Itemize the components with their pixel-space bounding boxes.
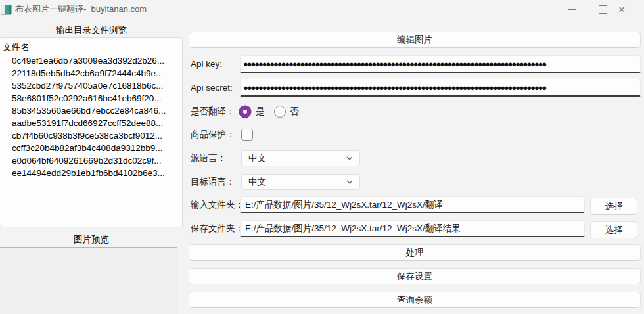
image-preview-title: 图片预览 <box>0 234 183 246</box>
translate-radio-yes-label: 是 <box>256 106 265 118</box>
title-bar: 布衣图片一键翻译- buyitanan.com ✕ <box>0 0 644 18</box>
process-button[interactable]: 处理 <box>189 244 641 261</box>
file-row[interactable]: aadbe53191f7dcd66927ccff52dee88... <box>12 117 182 129</box>
translate-radio-no[interactable]: 否 <box>274 106 304 118</box>
product-protect-checkbox[interactable] <box>241 129 253 141</box>
close-button[interactable]: ✕ <box>607 0 637 18</box>
target-language-select[interactable]: 中文 <box>241 174 360 190</box>
image-preview-box[interactable] <box>0 247 177 314</box>
api-key-field[interactable]: ●●●●●●●●●●●●●●●●●●●●●●●●●●●●●●●●●●●●●●●●… <box>240 55 641 73</box>
check-balance-button[interactable]: 查询余额 <box>189 292 641 308</box>
file-row[interactable]: 0c49ef1ea6db7a3009ea3d392d2b26... <box>12 55 182 67</box>
file-row[interactable]: 58e6801f52c0292a616bc41eb69f20... <box>12 92 182 104</box>
file-row[interactable]: 85b3453560ae66bd7ebcc2e84ca846... <box>12 104 182 117</box>
save-settings-button[interactable]: 保存设置 <box>189 268 641 284</box>
close-icon: ✕ <box>618 5 626 14</box>
file-row[interactable]: e0d064bf6409261669b2d31dc02c9f... <box>12 154 182 167</box>
translate-radio-no-label: 否 <box>290 106 300 118</box>
output-browser-title: 输出目录文件浏览 <box>0 24 183 36</box>
api-secret-label: Api secret: <box>191 79 233 97</box>
app-icon <box>1 5 12 15</box>
api-secret-field[interactable]: ●●●●●●●●●●●●●●●●●●●●●●●●●●●●●●●●●●●●●●●●… <box>240 79 641 97</box>
chevron-down-icon <box>346 154 354 162</box>
file-row[interactable]: 5352cbd27f9757405a0e7c16818b6c... <box>12 79 182 92</box>
input-folder-label: 输入文件夹： <box>191 196 244 213</box>
minimize-button[interactable] <box>557 0 587 18</box>
file-row[interactable]: 22118d5eb5db42cb6a9f72444c4b9e... <box>12 67 182 79</box>
minimize-icon <box>568 9 576 10</box>
source-language-label: 源语言： <box>191 150 226 166</box>
edit-image-button[interactable]: 编辑图片 <box>189 32 641 48</box>
target-language-label: 目标语言： <box>191 174 235 190</box>
translate-radio-group: 是 否 <box>239 105 308 118</box>
target-language-value: 中文 <box>242 176 346 188</box>
api-key-label: Api key: <box>191 55 222 73</box>
input-folder-field[interactable] <box>240 196 585 213</box>
save-folder-choose-button[interactable]: 选择 <box>590 221 637 238</box>
app-window: 布衣图片一键翻译- buyitanan.com ✕ 输出目录文件浏览 文件名 0… <box>0 0 644 314</box>
file-list-column-header: 文件名 <box>3 41 182 53</box>
source-language-select[interactable]: 中文 <box>241 150 360 166</box>
file-row[interactable]: ee14494edd29b1eb1fb6bd4102b6e3... <box>12 167 182 179</box>
maximize-icon <box>599 5 607 14</box>
file-row[interactable]: ccff3c20b4b82af3b4c408da9312bb9... <box>12 142 182 154</box>
input-folder-choose-button[interactable]: 选择 <box>590 198 637 215</box>
translate-label: 是否翻译： <box>191 105 235 118</box>
save-folder-label: 保存文件夹： <box>191 220 244 237</box>
radio-selected-icon <box>239 106 251 118</box>
save-folder-field[interactable] <box>240 220 585 237</box>
file-list-rows: 0c49ef1ea6db7a3009ea3d392d2b26...22118d5… <box>0 55 182 179</box>
window-title: 布衣图片一键翻译- buyitanan.com <box>15 0 147 18</box>
product-protect-label: 商品保护： <box>191 128 235 141</box>
source-language-value: 中文 <box>242 152 346 164</box>
radio-unselected-icon <box>274 106 286 118</box>
file-list[interactable]: 文件名 0c49ef1ea6db7a3009ea3d392d2b26...221… <box>0 37 183 227</box>
file-row[interactable]: cb7f4b60c938b3f9ce538ca3bcf9012... <box>12 129 182 142</box>
chevron-down-icon <box>346 178 354 186</box>
translate-radio-yes[interactable]: 是 <box>239 106 269 118</box>
